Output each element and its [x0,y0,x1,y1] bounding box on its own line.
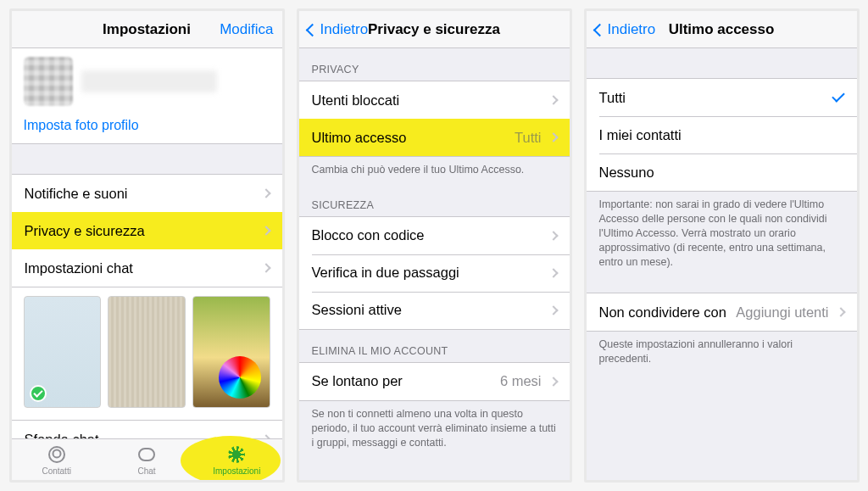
wallpaper-option[interactable] [192,296,270,408]
wallpaper-option[interactable] [108,296,186,408]
back-button[interactable]: Indietro [587,11,665,48]
row-blocked-users[interactable]: Utenti bloccati [299,81,570,119]
row-label: Impostazioni chat [25,260,258,276]
chevron-left-icon [305,23,319,36]
chevron-right-icon [261,263,270,272]
option-label: I miei contatti [599,127,844,143]
profile-section: Imposta foto profilo [12,48,282,144]
wallpaper-thumbnails [12,287,282,421]
row-label: Ultimo accesso [312,130,515,146]
checkmark-icon [832,89,845,103]
row-detail: 6 mesi [500,373,542,389]
row-last-seen[interactable]: Ultimo accesso Tutti [299,119,570,156]
row-active-sessions[interactable]: Sessioni attive [299,292,570,329]
edit-button[interactable]: Modifica [211,11,281,48]
navbar: Impostazioni Modifica [12,11,282,48]
chevron-right-icon [548,132,558,142]
row-notifications[interactable]: Notifiche e suoni [12,175,282,212]
tab-label: Contatti [42,466,70,476]
screen-last-seen: Indietro Ultimo accesso Tutti I miei con… [584,8,860,483]
chevron-right-icon [548,95,558,104]
row-chat-background[interactable]: Sfondo chat [12,421,282,438]
screen-privacy-security: Indietro Privacy e sicurezza PRIVACY Ute… [297,8,572,483]
back-label: Indietro [320,21,369,38]
chevron-right-icon [836,308,845,317]
contacts-icon [47,444,67,465]
option-label: Nessuno [599,165,844,181]
section-footer: Queste impostazioni annulleranno i valor… [587,332,857,373]
row-privacy-security[interactable]: Privacy e sicurezza [12,212,282,249]
option-everybody[interactable]: Tutti [587,79,857,116]
chat-icon [136,444,157,465]
row-delete-if-away[interactable]: Se lontano per 6 mesi [299,363,570,400]
tab-contacts[interactable]: Contatti [12,439,102,480]
option-my-contacts[interactable]: I miei contatti [587,116,857,153]
section-header-delete-account: ELIMINA IL MIO ACCOUNT [299,330,570,362]
page-title: Privacy e sicurezza [368,21,500,38]
chevron-right-icon [548,231,558,240]
option-nobody[interactable]: Nessuno [587,153,857,191]
row-detail: Aggiungi utenti [736,304,828,321]
wallpaper-option[interactable] [24,296,102,408]
navbar: Indietro Privacy e sicurezza [299,11,570,48]
set-profile-photo-link[interactable]: Imposta foto profilo [24,118,270,133]
row-label: Se lontano per [312,373,500,389]
avatar[interactable] [24,57,73,106]
profile-name [81,70,217,92]
content: Imposta foto profilo Notifiche e suoni P… [12,48,282,438]
row-label: Blocco con codice [312,227,545,243]
section-header-security: SICUREZZA [299,184,570,216]
chevron-right-icon [261,188,270,198]
tab-settings[interactable]: Impostazioni [192,439,281,480]
navbar: Indietro Ultimo accesso [587,11,857,48]
row-label: Utenti bloccati [312,92,545,109]
section-footer: Se non ti connetti almeno una volta in q… [299,401,570,457]
row-label: Sfondo chat [25,432,258,439]
tab-label: Chat [137,466,155,476]
row-label: Notifiche e suoni [25,186,258,202]
section-footer: Importante: non sarai in grado di vedere… [587,192,857,276]
row-label: Privacy e sicurezza [25,223,258,239]
back-label: Indietro [608,21,656,38]
row-label: Sessioni attive [312,302,545,318]
row-detail: Tutti [515,130,541,146]
chevron-left-icon [593,23,606,36]
tab-chat[interactable]: Chat [102,439,192,480]
row-passcode-lock[interactable]: Blocco con codice [299,217,570,254]
chevron-right-icon [548,377,558,386]
chevron-right-icon [261,226,270,235]
row-never-share-with[interactable]: Non condividere con Aggiungi utenti [587,293,857,331]
screen-settings: Impostazioni Modifica Imposta foto profi… [9,8,285,483]
row-label: Non condividere con [599,304,737,321]
chevron-right-icon [548,305,558,315]
chevron-right-icon [548,268,558,277]
back-button[interactable]: Indietro [299,11,377,48]
tab-label: Impostazioni [213,466,260,476]
row-label: Verifica in due passaggi [312,265,545,281]
gear-icon [226,444,247,465]
row-chat-settings[interactable]: Impostazioni chat [12,249,282,287]
section-header-privacy: PRIVACY [299,48,570,81]
content: PRIVACY Utenti bloccati Ultimo accesso T… [299,48,570,480]
option-label: Tutti [599,90,832,106]
selected-check-icon [30,385,47,402]
page-title: Ultimo accesso [669,21,775,38]
tabbar: Contatti Chat Impostazioni [12,438,282,480]
content: Tutti I miei contatti Nessuno Importante… [587,48,857,480]
page-title: Impostazioni [103,21,191,38]
section-footer: Cambia chi può vedere il tuo Ultimo Acce… [299,157,570,184]
row-two-step-verification[interactable]: Verifica in due passaggi [299,254,570,292]
